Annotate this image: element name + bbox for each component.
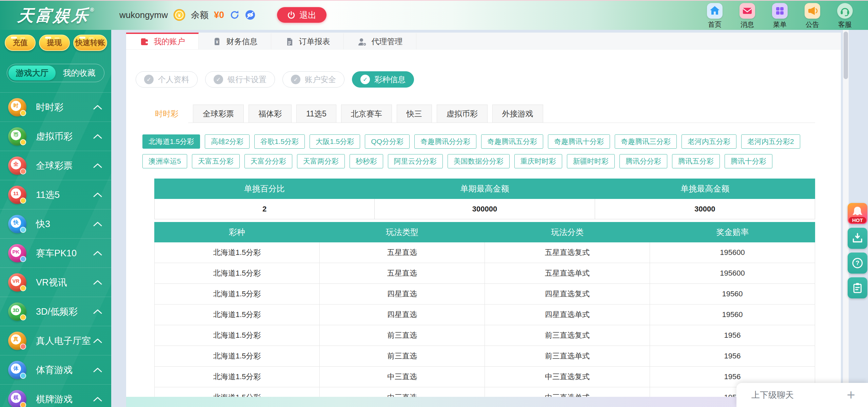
table-row: 北海道1.5分彩 五星直选 五星直选单式 195600	[154, 263, 815, 284]
lottery-button[interactable]: 奇趣腾讯三分彩	[615, 134, 677, 149]
scrollbar-thumb[interactable]	[844, 32, 848, 79]
nav-menu[interactable]: 菜单	[768, 3, 791, 29]
sidebar-menu-item[interactable]: 全 全球彩票	[0, 151, 111, 180]
chevron-up-icon	[93, 221, 102, 227]
lottery-button[interactable]: 高雄2分彩	[205, 134, 250, 149]
sidebar-menu-item[interactable]: 真 真人电子厅室	[0, 326, 111, 355]
announcement-icon	[805, 3, 820, 19]
odds-table-body: 北海道1.5分彩 五星直选 五星直选复式 195600 北海道1.5分彩 五星直…	[154, 242, 815, 407]
table-row: 北海道1.5分彩 中三直选 中三直选复式 1956	[154, 367, 815, 387]
odds-header-cell: 玩法类型	[319, 222, 485, 242]
category-tab[interactable]: 时时彩	[145, 105, 188, 123]
table-row: 北海道1.5分彩 五星直选 五星直选复式 195600	[154, 242, 815, 263]
logout-button[interactable]: 退出	[277, 7, 327, 23]
nav-customer-service[interactable]: 客服	[833, 3, 856, 29]
category-tab[interactable]: 北京赛车	[341, 105, 392, 123]
chevron-up-icon	[93, 338, 102, 344]
quick-action-button[interactable]: 提现	[39, 35, 70, 51]
category-tab[interactable]: 福体彩	[249, 105, 292, 123]
lottery-button[interactable]: 奇趣腾讯五分彩	[481, 134, 543, 149]
coin-icon: ¥	[173, 9, 185, 21]
subordinate-chat-bar[interactable]: 上下级聊天 +	[736, 383, 868, 407]
lottery-button[interactable]: 奇趣腾讯分分彩	[414, 134, 476, 149]
category-tab[interactable]: 虚拟币彩	[437, 105, 488, 123]
lottery-ball-icon: 体	[8, 361, 26, 379]
main-content: 我的账户 ¥ 财务信息 订单报表	[126, 33, 841, 407]
lottery-button[interactable]: 新疆时时彩	[567, 154, 615, 168]
lottery-button[interactable]: 北海道1.5分彩	[142, 134, 200, 149]
table-row: 北海道1.5分彩 四星直选 四星直选复式 19560	[154, 284, 815, 304]
step-pill[interactable]: ✓ 彩种信息	[352, 71, 414, 88]
check-circle-icon: ✓	[360, 75, 370, 84]
sidebar-menu-item[interactable]: 棋 棋牌游戏	[0, 385, 111, 407]
tab-agent-management[interactable]: 代理管理	[344, 33, 416, 49]
cell-play-type: 五星直选	[319, 263, 485, 283]
lottery-button[interactable]: 重庆时时彩	[514, 154, 562, 168]
download-app-button[interactable]	[848, 228, 867, 249]
lottery-buttons-row-1: 北海道1.5分彩 高雄2分彩 谷歌1.5分彩 大阪1.5分彩 QQ分分彩 奇趣腾…	[142, 134, 821, 149]
lottery-button[interactable]: QQ分分彩	[365, 134, 410, 149]
sidebar-menu-item[interactable]: 11 11选5	[0, 180, 111, 209]
lottery-button[interactable]: 腾讯十分彩	[725, 154, 772, 168]
nav-home[interactable]: 首页	[703, 3, 726, 29]
category-tab[interactable]: 外接游戏	[492, 105, 543, 123]
lottery-button[interactable]: 大阪1.5分彩	[310, 134, 360, 149]
refresh-balance-icon[interactable]	[230, 10, 240, 20]
lottery-button[interactable]: 腾讯五分彩	[672, 154, 720, 168]
lottery-button[interactable]: 天富分分彩	[244, 154, 292, 168]
lottery-button[interactable]: 澳洲幸运5	[142, 154, 187, 168]
quick-action-button[interactable]: 快速转账	[73, 35, 107, 51]
mail-icon	[739, 3, 755, 19]
logo-registered-mark: ®	[90, 7, 94, 13]
sidebar-tab[interactable]: 游戏大厅	[8, 66, 56, 80]
step-pill[interactable]: ✓ 个人资料	[136, 71, 198, 88]
quick-action-button[interactable]: 充值	[5, 35, 36, 51]
tab-order-reports[interactable]: 订单报表	[271, 33, 344, 49]
cell-lottery: 北海道1.5分彩	[155, 242, 319, 263]
sidebar-menu-item[interactable]: 时 时时彩	[0, 93, 111, 122]
lottery-button[interactable]: 老河内五分彩	[682, 134, 736, 149]
category-tab[interactable]: 快三	[397, 105, 432, 123]
help-button[interactable]: ?	[848, 253, 867, 274]
category-tab[interactable]: 11选5	[296, 105, 336, 123]
cell-play-category: 中三直选复式	[485, 367, 650, 387]
step-pill[interactable]: ✓ 银行卡设置	[205, 71, 275, 88]
tab-my-account[interactable]: 我的账户	[126, 33, 199, 49]
sidebar-tab[interactable]: 我的收藏	[56, 66, 103, 80]
lottery-ball-icon: 币	[8, 127, 26, 146]
agent-form-button[interactable]	[848, 277, 867, 298]
lottery-button[interactable]: 奇趣腾讯十分彩	[548, 134, 610, 149]
sidebar-menu-item[interactable]: 3D 3D/低频彩	[0, 297, 111, 326]
lottery-button[interactable]: 天富五分彩	[192, 154, 240, 168]
agent-icon	[357, 37, 367, 47]
lottery-button[interactable]: 老河内五分彩2	[741, 134, 800, 149]
sidebar-menu-item[interactable]: 币 虚拟币彩	[0, 122, 111, 151]
sidebar-menu-item[interactable]: 体 体育游戏	[0, 355, 111, 385]
nav-messages[interactable]: 消息	[736, 3, 759, 29]
nav-announcements[interactable]: 公告	[801, 3, 824, 29]
expand-chat-icon[interactable]: +	[847, 388, 855, 402]
sidebar-menu-item[interactable]: PK 赛车PK10	[0, 239, 111, 268]
cell-play-type: 五星直选	[319, 242, 485, 263]
username-text: wukongymw	[119, 10, 168, 20]
category-tab[interactable]: 全球彩票	[193, 105, 244, 123]
hide-balance-eye-icon[interactable]	[245, 10, 255, 20]
lottery-button[interactable]: 天富两分彩	[297, 154, 345, 168]
sidebar-menu-item[interactable]: 快 快3	[0, 209, 111, 239]
balance-label: 余额	[191, 9, 209, 21]
lottery-button[interactable]: 秒秒彩	[350, 154, 383, 168]
lottery-ball-icon: 真	[8, 332, 26, 350]
lottery-button[interactable]: 美国数据分分彩	[448, 154, 510, 168]
lottery-button[interactable]: 阿里云分分彩	[388, 154, 443, 168]
beauty-service-button[interactable]: HOT	[848, 203, 867, 224]
tab-finance-info[interactable]: ¥ 财务信息	[199, 33, 271, 49]
lottery-button[interactable]: 腾讯分分彩	[619, 154, 667, 168]
lottery-button[interactable]: 谷歌1.5分彩	[254, 134, 305, 149]
document-icon	[285, 37, 294, 47]
sidebar-menu-item[interactable]: VR VR视讯	[0, 268, 111, 297]
step-pill[interactable]: ✓ 账户安全	[282, 71, 344, 88]
customer-service-icon	[837, 3, 853, 19]
limit-value-cell: 2	[155, 199, 374, 219]
cell-lottery: 北海道1.5分彩	[155, 284, 319, 304]
top-header: 天富娱乐® wukongymw ¥ 余额 ¥0	[0, 0, 868, 30]
